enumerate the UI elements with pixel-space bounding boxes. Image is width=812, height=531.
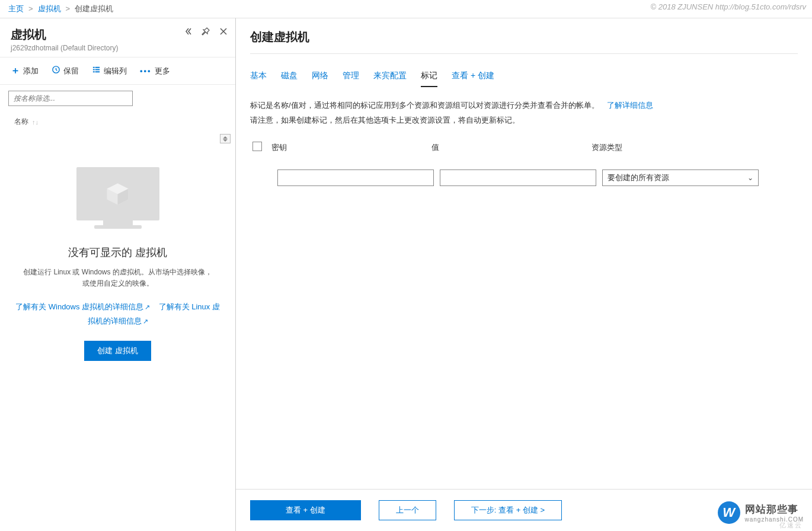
select-all-checkbox[interactable] xyxy=(252,142,262,151)
tag-table-header: 密钥 值 资源类型 xyxy=(250,138,798,156)
wizard-tabs: 基本 磁盘 网络 管理 来宾配置 标记 查看 + 创建 xyxy=(250,71,798,88)
create-vm-button[interactable]: 创建 虚拟机 xyxy=(84,341,151,361)
watermark-text: © 2018 ZJUNSEN http://blog.51cto.com/rds… xyxy=(651,2,806,11)
more-button[interactable]: ••• 更多 xyxy=(135,63,175,79)
add-label: 添加 xyxy=(23,66,39,76)
reserve-label: 保留 xyxy=(63,66,79,76)
breadcrumb-home[interactable]: 主页 xyxy=(8,4,24,14)
collapse-icon[interactable] xyxy=(183,27,193,38)
more-label: 更多 xyxy=(155,66,170,76)
svg-rect-6 xyxy=(95,71,100,72)
chevron-right-icon: > xyxy=(28,4,33,13)
tab-tags[interactable]: 标记 xyxy=(421,71,437,87)
tab-network[interactable]: 网络 xyxy=(312,71,328,87)
tab-guest[interactable]: 来宾配置 xyxy=(373,71,407,87)
filter-input[interactable] xyxy=(8,91,133,106)
sort-icon: ↑↓ xyxy=(32,119,39,126)
breadcrumb-current: 创建虚拟机 xyxy=(75,4,113,14)
tab-manage[interactable]: 管理 xyxy=(343,71,359,87)
reserve-button[interactable]: 保留 xyxy=(47,63,84,79)
empty-heading: 没有可显示的 虚拟机 xyxy=(14,245,221,260)
blade-subtitle: j2629zdhotmail (Default Directory) xyxy=(11,44,225,52)
blade-toolbar: ＋ 添加 保留 编辑列 ••• 更多 xyxy=(0,57,235,85)
tag-key-input[interactable] xyxy=(277,169,434,186)
breadcrumb-vm[interactable]: 虚拟机 xyxy=(38,4,61,14)
tab-review[interactable]: 查看 + 创建 xyxy=(452,71,494,87)
pin-icon[interactable] xyxy=(201,27,210,38)
site-logo-icon: W xyxy=(718,501,740,524)
learn-more-link[interactable]: 了解详细信息 xyxy=(607,101,653,110)
add-button[interactable]: ＋ 添加 xyxy=(6,62,43,79)
col-key: 密钥 xyxy=(271,142,431,153)
site-name: 网站那些事 xyxy=(745,503,804,516)
tags-description: 标记是名称/值对，通过将相同的标记应用到多个资源和资源组可以对资源进行分类并查看… xyxy=(250,98,798,127)
svg-rect-4 xyxy=(95,69,100,71)
chevron-down-icon: ⌄ xyxy=(747,174,753,182)
scrollbar-nub[interactable] xyxy=(220,134,231,143)
external-icon: ↗ xyxy=(143,318,148,325)
vm-list-blade: 虚拟机 j2629zdhotmail (Default Directory) ＋… xyxy=(0,18,236,531)
empty-body: 创建运行 Linux 或 Windows 的虚拟机。从市场中选择映像，或使用自定… xyxy=(23,267,213,289)
column-name-label: 名称 xyxy=(14,117,28,127)
create-vm-blade: 创建虚拟机 基本 磁盘 网络 管理 来宾配置 标记 查看 + 创建 标记是名称/… xyxy=(236,18,812,531)
next-button[interactable]: 下一步: 查看 + 创建 > xyxy=(454,500,562,520)
edit-columns-button[interactable]: 编辑列 xyxy=(87,63,132,79)
clock-icon xyxy=(52,65,60,76)
svg-rect-2 xyxy=(95,67,100,68)
learn-windows-link[interactable]: 了解有关 Windows 虚拟机的详细信息↗ xyxy=(15,302,150,311)
resource-type-value: 要创建的所有资源 xyxy=(608,172,669,183)
columns-icon xyxy=(92,65,101,76)
tab-basic[interactable]: 基本 xyxy=(250,71,267,87)
plus-icon: ＋ xyxy=(11,65,20,77)
ellipsis-icon: ••• xyxy=(140,66,152,75)
monitor-icon xyxy=(73,167,162,232)
edit-columns-label: 编辑列 xyxy=(104,66,127,76)
tag-value-input[interactable] xyxy=(440,169,596,186)
col-resource-type: 资源类型 xyxy=(592,142,798,153)
svg-rect-3 xyxy=(93,69,95,71)
col-value: 值 xyxy=(431,142,592,153)
close-icon[interactable] xyxy=(219,27,228,38)
svg-rect-1 xyxy=(93,67,95,68)
external-icon: ↗ xyxy=(145,303,150,311)
review-create-button[interactable]: 查看 + 创建 xyxy=(250,500,361,520)
resource-type-select[interactable]: 要创建的所有资源 ⌄ xyxy=(602,169,759,186)
tag-row: 要创建的所有资源 ⌄ xyxy=(250,169,798,186)
column-header-name[interactable]: 名称 ↑↓ xyxy=(0,112,235,132)
yisu-watermark: 亿速云 xyxy=(779,521,803,530)
chevron-right-icon: > xyxy=(66,4,71,13)
svg-rect-5 xyxy=(93,71,95,72)
previous-button[interactable]: 上一个 xyxy=(379,500,436,520)
create-title: 创建虚拟机 xyxy=(250,29,798,45)
tab-disk[interactable]: 磁盘 xyxy=(281,71,298,87)
empty-state: 没有可显示的 虚拟机 创建运行 Linux 或 Windows 的虚拟机。从市场… xyxy=(0,143,235,361)
